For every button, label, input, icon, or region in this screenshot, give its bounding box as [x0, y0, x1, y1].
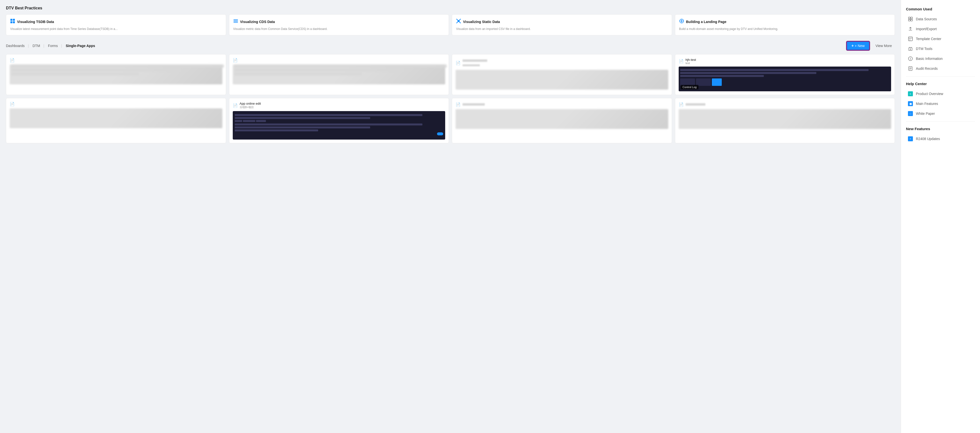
file-icon-edit: 📄	[233, 103, 238, 108]
file-icon-7: 📄	[456, 102, 461, 107]
svg-rect-6	[234, 21, 238, 22]
file-icon: 📄	[10, 58, 14, 63]
svg-rect-2	[10, 21, 13, 23]
sidebar-item-main-features[interactable]: ▦ Main Features	[903, 99, 978, 109]
file-icon: 📄	[233, 58, 238, 63]
view-more-button[interactable]: View More	[873, 42, 895, 49]
cds-desc: Visualize metric data from Common Data S…	[233, 27, 445, 31]
r2408-icon: ≡	[908, 136, 913, 141]
landing-desc: Build a multi-domain asset monitoring pa…	[679, 27, 891, 31]
svg-rect-18	[911, 17, 912, 19]
svg-rect-1	[13, 19, 15, 21]
blurred-thumbnail-5	[10, 108, 222, 128]
best-practices-grid: Visualizing TSDB Data Visualize latest m…	[6, 14, 895, 35]
sidebar-item-import-export[interactable]: Import/Export	[903, 24, 978, 34]
practice-card-static[interactable]: Visualizing Static Data Visualize data f…	[452, 14, 672, 35]
svg-rect-3	[13, 21, 15, 23]
blurred-thumbnail-8	[679, 109, 891, 129]
cds-icon	[233, 19, 238, 25]
data-sources-label: Data Sources	[916, 17, 937, 21]
app-card-7[interactable]: 📄	[452, 98, 672, 143]
practice-card-landing[interactable]: Building a Landing Page Build a multi-do…	[675, 14, 895, 35]
sidebar-item-data-sources[interactable]: Data Sources	[903, 14, 978, 24]
main-features-icon: ▦	[908, 101, 913, 106]
practice-card-tsdb[interactable]: Visualizing TSDB Data Visualize latest m…	[6, 14, 226, 35]
template-center-label: Template Center	[916, 37, 941, 41]
tab-dashboards[interactable]: Dashboards	[6, 42, 29, 50]
svg-rect-7	[234, 22, 238, 23]
svg-rect-19	[908, 19, 910, 21]
app-card-online-edit[interactable]: 📄 App online edit 分组B>项目	[229, 98, 449, 143]
sidebar-item-dtm-tools[interactable]: DTM Tools	[903, 44, 978, 54]
tab-forms[interactable]: Forms	[44, 42, 62, 50]
import-export-label: Import/Export	[916, 27, 937, 31]
white-paper-label: White Paper	[916, 112, 935, 116]
app-card-5[interactable]: 📄	[6, 98, 226, 143]
thumbnail-label-hjh: Control Log	[681, 85, 699, 89]
import-export-icon	[908, 27, 913, 32]
audit-records-label: Audit Records	[916, 67, 938, 70]
help-center-title: Help Center	[901, 80, 980, 89]
static-desc: Visualize data from an imported CSV file…	[456, 27, 668, 31]
file-icon: 📄	[456, 60, 461, 65]
app-name-hjh: hjh-test	[686, 58, 696, 62]
file-icon-8: 📄	[679, 102, 684, 107]
data-sources-icon	[908, 17, 913, 22]
static-icon	[456, 19, 461, 25]
tab-dtm[interactable]: DTM	[29, 42, 44, 50]
template-center-icon	[908, 36, 913, 41]
landing-title: Building a Landing Page	[686, 20, 727, 24]
dark-thumbnail-edit	[233, 111, 445, 140]
practice-card-cds[interactable]: Visualizing CDS Data Visualize metric da…	[229, 14, 449, 35]
app-card-2[interactable]: 📄	[229, 54, 449, 95]
app-card-1[interactable]: 📄	[6, 54, 226, 95]
tsdb-desc: Visualize latest measurement point data …	[10, 27, 222, 31]
tsdb-title: Visualizing TSDB Data	[17, 20, 54, 24]
app-card-hjh-test[interactable]: 📄 hjh-test test	[675, 54, 895, 95]
blurred-thumbnail-1	[10, 65, 222, 84]
cds-title: Visualizing CDS Data	[240, 20, 275, 24]
apps-grid: 📄 📄	[6, 54, 895, 143]
dark-thumbnail-hjh: Control Log	[679, 67, 891, 91]
actions-bar: Dashboards DTM Forms Single-Page Apps + …	[6, 41, 895, 50]
sidebar-item-product-overview[interactable]: ≡ Product Overview	[903, 89, 978, 99]
svg-rect-4	[234, 19, 238, 20]
file-icon-5: 📄	[10, 102, 14, 106]
svg-point-27	[910, 58, 911, 58]
svg-point-12	[681, 20, 682, 22]
sidebar-item-basic-info[interactable]: Basic Information	[903, 54, 978, 63]
app-subtitle-hjh: test	[686, 62, 696, 65]
dtm-tools-icon	[908, 46, 913, 51]
audit-records-icon	[908, 66, 913, 71]
landing-icon	[679, 19, 684, 25]
actions-right: + + New View More	[846, 41, 895, 50]
blurred-thumbnail-2	[233, 65, 445, 84]
sidebar-item-template-center[interactable]: Template Center	[903, 34, 978, 44]
sidebar-item-r2408-updates[interactable]: ≡ R2408 Updates	[903, 134, 978, 144]
tabs-bar: Dashboards DTM Forms Single-Page Apps	[6, 42, 99, 50]
main-content: DTV Best Practices Visualizing TSDB Data	[0, 0, 901, 433]
basic-info-icon	[908, 56, 913, 61]
svg-rect-21	[908, 37, 912, 41]
new-features-title: New Features	[901, 125, 980, 134]
svg-point-24	[910, 49, 911, 50]
file-icon-hjh: 📄	[679, 59, 684, 63]
blurred-thumbnail-3	[456, 70, 668, 90]
sidebar-item-audit-records[interactable]: Audit Records	[903, 63, 978, 73]
sidebar-item-white-paper[interactable]: □ White Paper	[903, 109, 978, 119]
svg-rect-5	[234, 20, 238, 21]
r2408-label: R2408 Updates	[916, 137, 940, 141]
app-name-edit: App online edit	[240, 102, 261, 105]
best-practices-title: DTV Best Practices	[6, 6, 895, 10]
common-used-title: Common Used	[901, 5, 980, 14]
app-card-3[interactable]: 📄	[452, 54, 672, 95]
new-button[interactable]: + + New	[846, 41, 870, 50]
app-card-8[interactable]: 📄	[675, 98, 895, 143]
product-overview-icon: ≡	[908, 91, 913, 96]
app-layout: DTV Best Practices Visualizing TSDB Data	[0, 0, 980, 433]
plus-icon: +	[851, 44, 854, 48]
app-subtitle-edit: 分组B>项目	[240, 105, 261, 109]
tab-single-page-apps[interactable]: Single-Page Apps	[62, 42, 99, 50]
sidebar: Common Used Data Sources Import/Export	[901, 0, 980, 433]
sidebar-divider-1	[906, 76, 975, 77]
